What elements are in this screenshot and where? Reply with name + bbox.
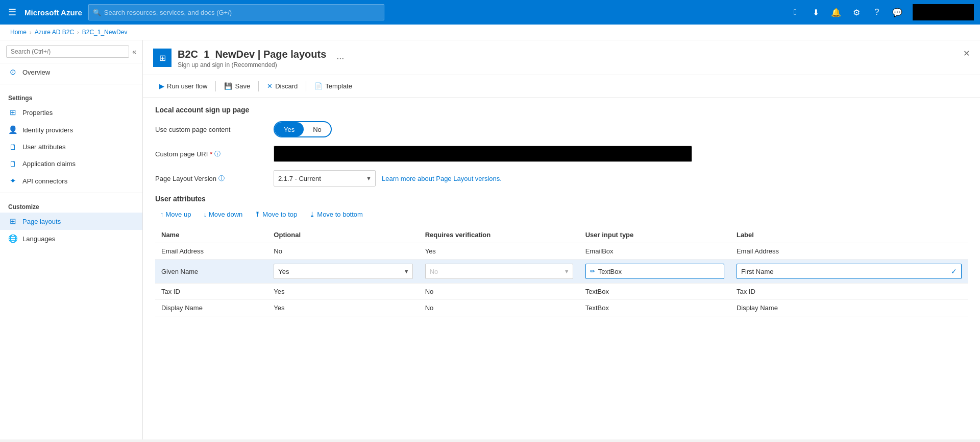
api-connectors-icon: ✦	[8, 176, 17, 185]
version-info-icon[interactable]: ⓘ	[218, 174, 225, 183]
toggle-yes-button[interactable]: Yes	[275, 122, 304, 136]
sidebar-item-user-attributes[interactable]: 🗒 User attributes	[0, 138, 142, 155]
move-down-button[interactable]: ↓ Move down	[198, 208, 248, 221]
custom-page-content-label: Use custom page content	[155, 126, 267, 133]
sidebar-properties-label: Properties	[22, 109, 53, 117]
cell-requires-verification: No	[419, 300, 579, 316]
page-close-btn[interactable]: ✕	[963, 49, 970, 58]
global-search-input[interactable]	[104, 9, 380, 16]
check-icon[interactable]: ✓	[951, 267, 957, 275]
bell-icon[interactable]: 🔔	[827, 3, 845, 21]
discard-label: Discard	[275, 82, 298, 90]
cell-user-input-type: ✏ TextBox	[579, 260, 730, 284]
toolbar: ▶ Run user flow 💾 Save ✕ Discard 📄 Templ…	[143, 75, 980, 98]
table-row[interactable]: Given Name Yes No ▼	[155, 260, 968, 284]
breadcrumb-azure-ad[interactable]: Azure AD B2C	[35, 29, 74, 36]
cell-label: ✓	[730, 260, 968, 284]
section-title: Local account sign up page	[155, 106, 968, 114]
download-icon[interactable]: ⬇	[806, 3, 825, 21]
table-row[interactable]: Tax ID Yes No TextBox Tax ID	[155, 284, 968, 300]
save-label: Save	[235, 82, 250, 90]
cell-optional: Yes	[267, 300, 419, 316]
move-to-top-icon: ⤒	[255, 211, 260, 218]
breadcrumb-home[interactable]: Home	[10, 29, 27, 36]
run-user-flow-label: Run user flow	[167, 82, 207, 90]
sidebar-item-identity-providers[interactable]: 👤 Identity providers	[0, 121, 142, 138]
cell-user-input-type: TextBox	[579, 284, 730, 300]
application-claims-icon: 🗒	[8, 159, 17, 168]
breadcrumb-b2c[interactable]: B2C_1_NewDev	[82, 29, 128, 36]
cell-requires-verification: No	[419, 284, 579, 300]
sidebar-collapse-btn[interactable]: «	[132, 48, 136, 56]
settings-section-title: Settings	[0, 87, 142, 104]
textbox-label: TextBox	[598, 268, 622, 275]
sidebar-languages-label: Languages	[22, 235, 55, 243]
customize-section-title: Customize	[0, 196, 142, 213]
page-more-btn[interactable]: ···	[336, 53, 344, 64]
help-icon[interactable]: ?	[868, 3, 886, 21]
run-user-flow-button[interactable]: ▶ Run user flow	[153, 79, 213, 93]
sidebar-item-api-connectors[interactable]: ✦ API connectors	[0, 172, 142, 190]
custom-page-uri-row: Custom page URI * ⓘ	[155, 146, 968, 162]
label-input[interactable]	[741, 268, 949, 275]
discard-button[interactable]: ✕ Discard	[261, 79, 304, 93]
sidebar-appclaims-label: Application claims	[22, 160, 76, 168]
sidebar-item-properties[interactable]: ⊞ Properties	[0, 104, 142, 121]
pencil-icon: ✏	[590, 268, 595, 275]
feedback-icon[interactable]: 💬	[888, 3, 906, 21]
languages-icon: 🌐	[8, 234, 17, 243]
move-to-top-button[interactable]: ⤒ Move to top	[250, 208, 302, 221]
learn-more-link[interactable]: Learn more about Page Layout versions.	[382, 175, 502, 182]
sidebar-item-page-layouts[interactable]: ⊞ Page layouts	[0, 213, 142, 230]
col-requires-verification: Requires verification	[419, 227, 579, 243]
cell-label: Email Address	[730, 243, 968, 260]
sidebar-search-input[interactable]	[6, 45, 129, 58]
toggle-group: Yes No	[274, 121, 332, 137]
uri-info-icon[interactable]: ⓘ	[214, 150, 220, 158]
account-badge[interactable]	[913, 4, 974, 20]
move-to-bottom-icon: ⤓	[309, 211, 315, 218]
move-down-icon: ↓	[203, 211, 207, 218]
verification-select[interactable]: No	[426, 268, 564, 275]
overview-icon: ⊙	[8, 67, 17, 77]
sidebar-item-languages[interactable]: 🌐 Languages	[0, 230, 142, 247]
settings-divider	[0, 84, 142, 84]
move-actions: ↑ Move up ↓ Move down ⤒ Move to top ⤓ Mo…	[155, 208, 968, 221]
custom-page-uri-input[interactable]	[274, 146, 692, 162]
page-layout-version-select[interactable]: 2.1.7 - Current 2.1.6 2.1.5 2.0.0	[274, 170, 376, 187]
breadcrumb-sep-2: ›	[77, 29, 79, 35]
page-header-text: B2C_1_NewDev | Page layouts Sign up and …	[178, 49, 326, 68]
table-row[interactable]: Email Address No Yes EmailBox Email Addr…	[155, 243, 968, 260]
hamburger-menu[interactable]: ☰	[6, 5, 18, 20]
toggle-no-button[interactable]: No	[304, 122, 331, 136]
optional-select-wrapper: Yes No ▼	[274, 264, 412, 279]
table-row[interactable]: Display Name Yes No TextBox Display Name	[155, 300, 968, 316]
sidebar-item-application-claims[interactable]: 🗒 Application claims	[0, 155, 142, 172]
cell-optional: Yes No ▼	[267, 260, 419, 284]
cell-optional: No	[267, 243, 419, 260]
table-header: Name Optional Requires verification User…	[155, 227, 968, 243]
template-button[interactable]: 📄 Template	[308, 79, 358, 93]
cell-name: Email Address	[155, 243, 267, 260]
col-optional: Optional	[267, 227, 419, 243]
sidebar-item-overview[interactable]: ⊙ Overview	[0, 63, 142, 81]
save-button[interactable]: 💾 Save	[218, 79, 256, 93]
cell-label: Tax ID	[730, 284, 968, 300]
move-up-button[interactable]: ↑ Move up	[155, 208, 196, 221]
col-name: Name	[155, 227, 267, 243]
user-attributes-icon: 🗒	[8, 143, 17, 151]
move-to-bottom-button[interactable]: ⤓ Move to bottom	[304, 208, 368, 221]
optional-select[interactable]: Yes No	[274, 268, 403, 275]
settings-icon[interactable]: ⚙	[847, 3, 866, 21]
top-nav: ☰ Microsoft Azure 🔍  ⬇ 🔔 ⚙ ? 💬	[0, 0, 980, 25]
custom-page-uri-label: Custom page URI * ⓘ	[155, 150, 267, 158]
cell-optional: Yes	[267, 284, 419, 300]
col-label: Label	[730, 227, 968, 243]
sidebar-pagelayouts-label: Page layouts	[22, 218, 61, 225]
run-icon: ▶	[159, 82, 164, 90]
sidebar: « ⊙ Overview Settings ⊞ Properties 👤 Ide…	[0, 40, 143, 439]
terminal-icon[interactable]: 	[786, 3, 804, 21]
template-icon: 📄	[314, 82, 323, 90]
user-input-type-display[interactable]: ✏ TextBox	[585, 264, 724, 279]
search-icon: 🔍	[93, 9, 101, 16]
